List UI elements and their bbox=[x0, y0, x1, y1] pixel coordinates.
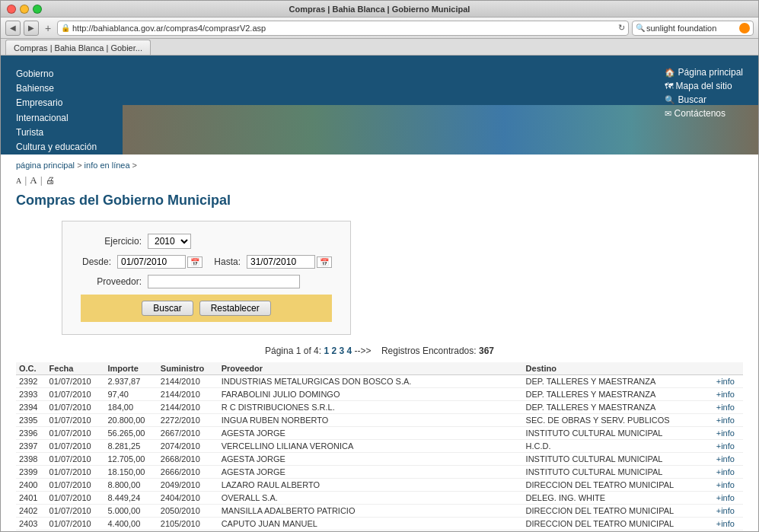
results-table: O.C. Fecha Importe Suministro Proveedor … bbox=[16, 362, 743, 531]
cell-suministro: 2668/2010 bbox=[158, 453, 218, 466]
page-content: página principal > info en línea > A | A… bbox=[1, 155, 758, 531]
cell-importe: 22.385,00 bbox=[104, 530, 157, 532]
nav-item-gobierno[interactable]: Gobierno bbox=[16, 67, 97, 81]
cell-info[interactable]: +info bbox=[713, 388, 743, 401]
desde-calendar-button[interactable]: 📅 bbox=[187, 256, 203, 268]
page-1-link[interactable]: 1 bbox=[324, 346, 329, 356]
cell-destino: DEP. TALLERES Y MAESTRANZA bbox=[523, 388, 713, 401]
breadcrumb-home[interactable]: página principal bbox=[16, 161, 75, 170]
nav-item-internacional[interactable]: Internacional bbox=[16, 111, 97, 126]
col-destino: Destino bbox=[523, 362, 713, 375]
table-row: 2404 01/07/2010 22.385,00 838/2010 INDUS… bbox=[16, 530, 743, 532]
cell-oc: 2395 bbox=[16, 414, 46, 427]
breadcrumb-current[interactable]: info en línea bbox=[85, 161, 130, 170]
add-tab-button[interactable]: + bbox=[42, 22, 54, 34]
nav-contactenos[interactable]: ✉ Contáctenos bbox=[665, 108, 743, 119]
nav-pagina-principal[interactable]: 🏠 Página principal bbox=[665, 67, 743, 78]
nav-buscar[interactable]: 🔍 Buscar bbox=[665, 94, 743, 105]
breadcrumb-separator1: > bbox=[77, 161, 84, 170]
cell-info[interactable]: +info bbox=[713, 505, 743, 518]
close-button[interactable] bbox=[7, 5, 16, 14]
cell-proveedor: INDUSTRIAS METALURGICAS DON BOSCO S.A. bbox=[218, 530, 523, 532]
nav-item-cultura[interactable]: Cultura y educación bbox=[16, 140, 97, 155]
cell-info[interactable]: +info bbox=[713, 401, 743, 414]
cell-destino: SEC. DE OBRAS Y SERV. PUBLICOS bbox=[523, 414, 713, 427]
cell-info[interactable]: +info bbox=[713, 427, 743, 440]
cell-destino: DEP. TALLERES Y MAESTRANZA bbox=[523, 375, 713, 388]
desde-input[interactable] bbox=[117, 255, 186, 269]
ejercicio-row: Ejercicio: 2010 2009 2008 bbox=[81, 234, 332, 249]
cell-fecha: 01/07/2010 bbox=[46, 440, 105, 453]
cell-proveedor: R C DISTRIBUCIONES S.R.L. bbox=[218, 401, 523, 414]
cell-destino: DELEG. ING. WHITE bbox=[523, 492, 713, 505]
reload-button[interactable]: ↻ bbox=[618, 23, 625, 33]
cell-info[interactable]: +info bbox=[713, 466, 743, 479]
hasta-input[interactable] bbox=[247, 255, 315, 269]
cell-oc: 2404 bbox=[16, 530, 46, 532]
maximize-button[interactable] bbox=[33, 5, 42, 14]
desde-row: Desde: 📅 Hasta: 📅 bbox=[81, 255, 332, 269]
cell-suministro: 2666/2010 bbox=[158, 466, 218, 479]
home-icon: 🏠 bbox=[665, 68, 675, 78]
cell-info[interactable]: +info bbox=[713, 518, 743, 530]
cell-oc: 2396 bbox=[16, 427, 46, 440]
cell-importe: 5.000,00 bbox=[104, 505, 157, 518]
cell-proveedor: FARABOLINI JULIO DOMINGO bbox=[218, 388, 523, 401]
cell-proveedor: LAZARO RAUL ALBERTO bbox=[218, 479, 523, 492]
back-button[interactable]: ◀ bbox=[5, 21, 21, 36]
page-2-link[interactable]: 2 bbox=[331, 346, 336, 356]
nav-mapa-sitio[interactable]: 🗺 Mapa del sitio bbox=[665, 81, 743, 91]
cell-info[interactable]: +info bbox=[713, 375, 743, 388]
nav-item-turista[interactable]: Turista bbox=[16, 126, 97, 140]
cell-suministro: 2272/2010 bbox=[158, 414, 218, 427]
ejercicio-select[interactable]: 2010 2009 2008 bbox=[148, 234, 191, 249]
cell-importe: 12.705,00 bbox=[104, 453, 157, 466]
minimize-button[interactable] bbox=[20, 5, 29, 14]
cell-info[interactable]: +info bbox=[713, 530, 743, 532]
hasta-calendar-button[interactable]: 📅 bbox=[317, 256, 332, 268]
cell-importe: 20.800,00 bbox=[104, 414, 157, 427]
forward-button[interactable]: ▶ bbox=[24, 21, 39, 36]
page-title: Compras del Gobierno Municipal bbox=[16, 193, 743, 209]
cell-destino: INSTITUTO CULTURAL MUNICIPAL bbox=[523, 466, 713, 479]
cell-info[interactable]: +info bbox=[713, 453, 743, 466]
col-oc: O.C. bbox=[16, 362, 46, 375]
header-nav-left: Gobierno Bahiense Empresario Internacion… bbox=[16, 67, 97, 155]
page-3-link[interactable]: 3 bbox=[339, 346, 344, 356]
cell-info[interactable]: +info bbox=[713, 479, 743, 492]
font-small-button[interactable]: A bbox=[16, 177, 21, 185]
font-large-button[interactable]: A bbox=[30, 174, 37, 186]
cell-destino: DIRECCION DEL TEATRO MUNICIPAL bbox=[523, 518, 713, 530]
cell-oc: 2394 bbox=[16, 401, 46, 414]
col-fecha: Fecha bbox=[46, 362, 105, 375]
search-provider-icon bbox=[739, 23, 750, 33]
browser-content: Gobierno Bahiense Empresario Internacion… bbox=[1, 56, 758, 531]
nav-item-bahiense[interactable]: Bahiense bbox=[16, 81, 97, 96]
registros-label: Registros Encontrados: bbox=[381, 346, 477, 356]
cell-proveedor: MANSILLA ADALBERTO PATRICIO bbox=[218, 505, 523, 518]
cell-fecha: 01/07/2010 bbox=[46, 375, 105, 388]
nav-item-empresario[interactable]: Empresario bbox=[16, 96, 97, 110]
search-input[interactable] bbox=[646, 24, 738, 33]
cell-importe: 8.800,00 bbox=[104, 479, 157, 492]
cell-suministro: 2144/2010 bbox=[158, 375, 218, 388]
print-button[interactable]: 🖨 bbox=[46, 175, 55, 186]
restablecer-button[interactable]: Restablecer bbox=[199, 301, 271, 316]
table-row: 2403 01/07/2010 4.400,00 2105/2010 CAPUT… bbox=[16, 518, 743, 530]
active-tab[interactable]: Compras | Bahia Blanca | Gobier... bbox=[5, 40, 151, 55]
page-4-link[interactable]: 4 bbox=[347, 346, 352, 356]
table-row: 2399 01/07/2010 18.150,00 2666/2010 AGES… bbox=[16, 466, 743, 479]
table-header-row: O.C. Fecha Importe Suministro Proveedor … bbox=[16, 362, 743, 375]
proveedor-input[interactable] bbox=[148, 275, 300, 288]
cell-oc: 2400 bbox=[16, 479, 46, 492]
registros-total: 367 bbox=[479, 346, 494, 356]
window-title: Compras | Bahia Blanca | Gobierno Munici… bbox=[289, 5, 470, 14]
cell-importe: 8.281,25 bbox=[104, 440, 157, 453]
cell-oc: 2397 bbox=[16, 440, 46, 453]
cell-info[interactable]: +info bbox=[713, 440, 743, 453]
cell-info[interactable]: +info bbox=[713, 492, 743, 505]
buscar-button[interactable]: Buscar bbox=[142, 301, 193, 316]
cell-info[interactable]: +info bbox=[713, 414, 743, 427]
address-input[interactable] bbox=[72, 24, 616, 33]
table-row: 2394 01/07/2010 184,00 2144/2010 R C DIS… bbox=[16, 401, 743, 414]
